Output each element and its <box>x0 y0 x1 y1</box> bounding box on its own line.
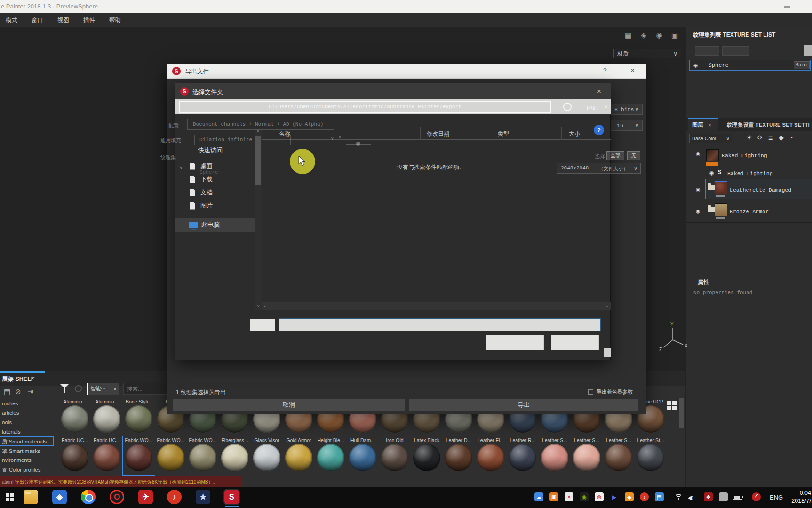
visibility-radio-icon[interactable]: ◉ <box>696 208 701 214</box>
material-item[interactable]: Gold Armor <box>283 436 315 475</box>
speaker-icon[interactable]: ) <box>688 494 693 502</box>
window-titlebar[interactable]: e Painter 2018.1.3 - PreviewSphere <box>0 0 812 13</box>
security-alert-icon[interactable]: × <box>565 492 573 501</box>
layer-name[interactable]: Leatherette Damaged <box>730 187 791 193</box>
material-item[interactable]: Hull Dam... <box>347 436 379 475</box>
this-pc-item[interactable]: 此电脑 <box>175 218 256 232</box>
resize-grip[interactable] <box>604 348 611 357</box>
cloud-music-icon[interactable]: ♪ <box>640 492 649 501</box>
input-method-icon[interactable]: ⊗ <box>595 492 604 501</box>
scroll-down-icon[interactable]: ∨ <box>257 304 260 308</box>
shelf-category-item[interactable]: 质 Smart materials <box>0 436 54 446</box>
material-item[interactable]: Fabric UC... <box>59 436 91 475</box>
layer-name[interactable]: Bronze Armor <box>730 209 769 215</box>
language-indicator[interactable]: ENG <box>770 494 783 501</box>
shelf-category-item[interactable]: 置 Color profiles <box>0 465 54 474</box>
shelf-page-icon[interactable]: ▤ <box>4 387 10 396</box>
material-item[interactable]: Fabric UC... <box>91 436 123 475</box>
close-icon[interactable]: × <box>630 66 635 75</box>
refresh-icon[interactable] <box>75 385 82 392</box>
choose-button[interactable] <box>486 335 544 350</box>
add-mask-icon[interactable]: ◔ <box>789 134 793 141</box>
shelf-category-item[interactable]: articles <box>0 408 54 418</box>
wifi-icon[interactable] <box>674 493 683 501</box>
battery-icon[interactable] <box>733 495 742 500</box>
close-icon[interactable]: × <box>597 87 601 95</box>
material-item[interactable]: Glass Visor <box>251 436 283 475</box>
scroll-right-icon[interactable]: > <box>605 304 608 309</box>
material-item[interactable]: Fabric WO... <box>187 436 219 475</box>
game-launcher-icon[interactable]: ★ <box>196 490 210 504</box>
chrome-icon[interactable] <box>81 490 96 504</box>
folder-dialog-titlebar[interactable]: S 选择文件夹 × <box>175 83 611 99</box>
projection-icon[interactable]: ▤ <box>655 492 664 501</box>
external-display-icon[interactable] <box>719 492 728 501</box>
tab-shelf[interactable]: 展架 SHELF <box>2 375 34 383</box>
export-button[interactable]: 导出 <box>409 399 638 411</box>
texture-set-action-button[interactable] <box>722 46 749 56</box>
shelf-category-item[interactable]: ools <box>0 418 54 427</box>
quick-access-item[interactable]: 文档 <box>190 186 213 199</box>
cancel-folder-button[interactable] <box>551 335 599 350</box>
select-none-button[interactable]: 无 <box>627 151 640 160</box>
import-resources-icon[interactable]: ⇥ <box>27 387 33 396</box>
hide-eye-icon[interactable]: ⊘ <box>15 387 21 396</box>
tab-texture-set-settings[interactable]: 纹理集设置 TEXTURE SET SETTI <box>727 121 810 129</box>
sidebar-scrollbar[interactable]: ∧ ∨ <box>255 128 262 310</box>
visibility-radio-icon[interactable]: ◉ <box>696 186 701 193</box>
close-icon[interactable]: × <box>114 386 117 392</box>
material-item[interactable]: Leather St... <box>635 436 667 475</box>
minimize-icon[interactable] <box>784 6 790 8</box>
refresh-layer-icon[interactable]: ⟳ <box>757 134 763 141</box>
add-fill-icon[interactable]: ◆ <box>779 134 784 141</box>
material-item[interactable]: Bone Styli... <box>123 398 155 436</box>
display-settings-icon[interactable]: ▦ <box>622 29 634 41</box>
visibility-radio-icon[interactable]: ◉ <box>709 170 714 176</box>
grid-view-icon[interactable] <box>667 401 677 411</box>
layer-thumbnail[interactable] <box>715 181 727 194</box>
camera-icon[interactable]: ◉ <box>653 29 665 41</box>
filter-chip[interactable]: 智能··· × <box>87 383 119 395</box>
viewport-material-dropdown[interactable]: 材质 ∨ <box>613 49 681 58</box>
select-all-button[interactable]: 全部 <box>606 151 624 160</box>
quick-access-item[interactable]: 图片 <box>190 199 213 212</box>
layer-thumbnail[interactable] <box>715 203 727 216</box>
nvidia-settings-icon[interactable]: ◉ <box>580 492 589 501</box>
start-button[interactable] <box>6 493 15 502</box>
photos-app-icon[interactable]: ◈ <box>52 490 67 504</box>
material-item[interactable]: Leather Fi... <box>475 436 507 475</box>
layer-thumbnail[interactable] <box>706 149 719 161</box>
tab-layers[interactable]: 图层 × <box>688 118 718 131</box>
shelf-scrollbar[interactable] <box>679 398 684 428</box>
effects-wand-icon[interactable]: ✶ <box>747 134 752 141</box>
cube-view-icon[interactable]: ◈ <box>637 29 650 41</box>
export-dialog-titlebar[interactable]: S 导出文件... ? × <box>167 64 646 79</box>
column-type[interactable]: 类型 <box>498 130 509 138</box>
material-item[interactable]: Fabric WO... <box>123 436 155 475</box>
music-player-icon[interactable]: ♪ <box>167 490 182 504</box>
substance-painter-icon[interactable]: S <box>224 490 239 504</box>
material-item[interactable]: Aluminiu... <box>91 398 123 436</box>
layer-name[interactable]: Baked Lighting <box>722 153 767 159</box>
speed-gauge-icon[interactable] <box>752 492 761 501</box>
help-icon[interactable]: ? <box>603 67 607 74</box>
material-item[interactable]: Leather S... <box>571 436 603 475</box>
shelf-category-item[interactable]: rushes <box>0 399 54 408</box>
close-icon[interactable]: × <box>31 375 35 382</box>
pointer-tool-icon[interactable]: ▶ <box>610 492 619 501</box>
menu-item[interactable]: 窗口 <box>32 16 43 24</box>
format-dropdown-value[interactable]: png <box>587 104 595 110</box>
orange-utility-icon[interactable]: ▣ <box>549 492 558 501</box>
axis-gizmo[interactable]: Y Z X <box>658 321 688 353</box>
shelf-category-item[interactable]: nvironments <box>0 455 54 465</box>
cancel-button[interactable]: 取消 <box>173 399 405 411</box>
material-item[interactable]: Leather R... <box>507 436 539 475</box>
layer-name[interactable]: Baked Lighting <box>727 170 773 177</box>
file-explorer-icon[interactable] <box>24 490 38 504</box>
material-item[interactable]: Iron Old <box>379 436 411 475</box>
filename-input[interactable] <box>279 318 601 331</box>
column-size[interactable]: 大小 <box>569 130 580 138</box>
texture-set-row-sphere[interactable]: ◉ Sphere Main s <box>689 60 811 71</box>
shader-chip[interactable]: Main s <box>794 61 810 69</box>
opera-icon[interactable]: O <box>110 490 124 504</box>
